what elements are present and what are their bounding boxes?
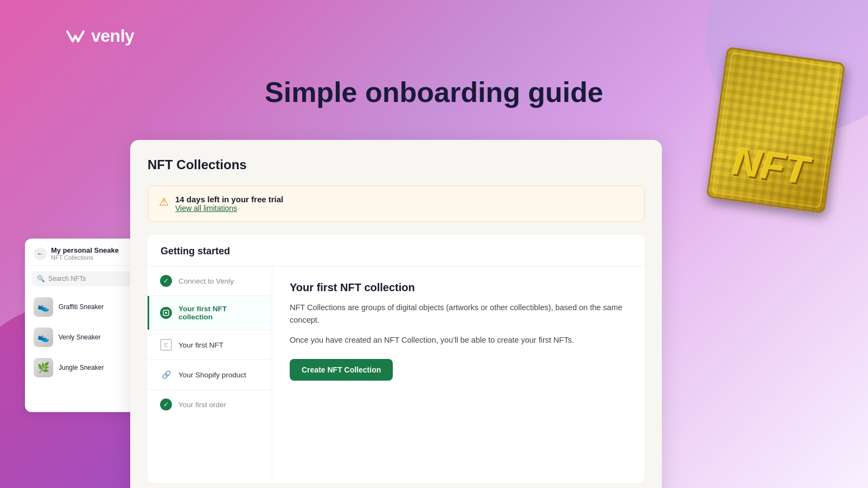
item-name: Graffiti Sneaker xyxy=(59,303,104,311)
nft-card-decoration: NFT xyxy=(706,47,846,214)
menu-item-label: Your first order xyxy=(178,401,226,409)
menu-item-nft-collection[interactable]: Your first NFT collection xyxy=(148,296,272,330)
check-icon: ✓ xyxy=(160,275,172,287)
menu-item-first-nft[interactable]: Your first NFT xyxy=(148,330,272,359)
venly-logo-icon xyxy=(65,28,86,44)
menu-item-connect[interactable]: ✓ Connect to Venly xyxy=(148,266,272,296)
getting-started-header: Getting started xyxy=(148,235,644,266)
getting-started-title: Getting started xyxy=(161,246,631,257)
side-search-bar[interactable]: 🔍 Search NFTs xyxy=(31,271,143,286)
guide-content: Your first NFT collection NFT Collection… xyxy=(272,266,644,483)
svg-point-1 xyxy=(165,312,167,314)
trial-text: 14 days left in your free trial xyxy=(175,195,283,204)
getting-started-body: ✓ Connect to Venly Your first NFT collec… xyxy=(148,266,644,483)
main-card: NFT Collections ⚠ 14 days left in your f… xyxy=(130,140,662,488)
item-name: Jungle Sneaker xyxy=(59,364,104,371)
back-icon: ← xyxy=(37,250,43,258)
content-paragraph-2: Once you have created an NFT Collection,… xyxy=(290,334,627,346)
link-icon: 🔗 xyxy=(160,369,172,381)
side-panel-title: My personal Sneake xyxy=(51,246,119,254)
search-placeholder: Search NFTs xyxy=(48,275,86,282)
content-title: Your first NFT collection xyxy=(290,281,627,294)
nft-collection-icon xyxy=(160,307,172,319)
check-icon: ✓ xyxy=(160,399,172,410)
item-image: 🌿 xyxy=(34,358,53,377)
view-limitations-link[interactable]: View all limitations xyxy=(175,204,283,213)
menu-item-label: Your first NFT xyxy=(178,341,224,349)
guide-menu: ✓ Connect to Venly Your first NFT collec… xyxy=(148,266,272,483)
search-icon: 🔍 xyxy=(37,275,45,282)
create-nft-collection-button[interactable]: Create NFT Collection xyxy=(290,359,393,381)
menu-item-shopify[interactable]: 🔗 Your Shopify product xyxy=(148,360,272,389)
trial-banner: ⚠ 14 days left in your free trial View a… xyxy=(148,185,644,222)
warning-icon: ⚠ xyxy=(159,195,169,208)
content-paragraph-1: NFT Collections are groups of digital ob… xyxy=(290,301,627,326)
back-button[interactable]: ← xyxy=(34,247,47,260)
logo: venly xyxy=(65,26,134,46)
menu-item-label: Your Shopify product xyxy=(178,371,246,379)
logo-text: venly xyxy=(91,26,134,46)
side-panel-subtitle: NFT Collections xyxy=(51,254,119,261)
item-image: 👟 xyxy=(34,328,53,347)
getting-started-section: Getting started ✓ Connect to Venly Your … xyxy=(148,235,644,483)
card-title: NFT Collections xyxy=(148,157,644,172)
nft-outline-icon xyxy=(160,339,172,351)
menu-item-first-order[interactable]: ✓ Your first order xyxy=(148,390,272,419)
item-image: 👟 xyxy=(34,297,53,317)
item-name: Venly Sneaker xyxy=(59,333,100,341)
menu-item-label: Your first NFT collection xyxy=(178,305,261,321)
hero-title: Simple onboarding guide xyxy=(265,76,603,108)
menu-item-label: Connect to Venly xyxy=(178,277,234,285)
